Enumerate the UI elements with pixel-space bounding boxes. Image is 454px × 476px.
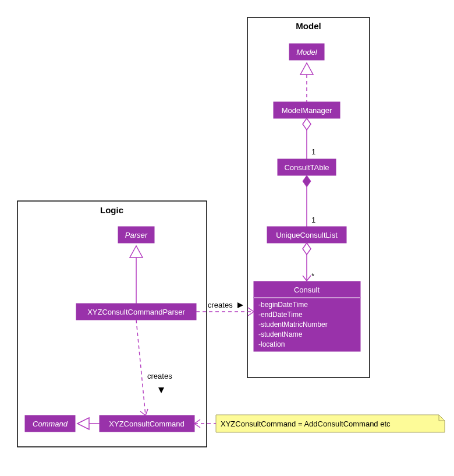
pointer-creates-2 (158, 387, 164, 393)
note-xyzcommand: XYZConsultCommand = AddConsultCommand et… (216, 415, 445, 432)
consult-attr-2: -studentMatricNumber (258, 320, 328, 329)
consult-attr-0: -beginDateTime (258, 301, 308, 309)
diamond-consulttable-comp (303, 175, 311, 187)
mult-1-b: 1 (311, 216, 315, 224)
uml-diagram: Model Model ModelManager 1 ConsultTAble … (0, 0, 454, 476)
class-parser-label: Parser (125, 231, 148, 239)
package-logic-frame (17, 201, 207, 447)
tri-model-realization (300, 63, 313, 75)
package-model-title: Model (296, 21, 321, 31)
note-text: XYZConsultCommand = AddConsultCommand et… (221, 419, 391, 428)
arrow-into-xyzcommand (140, 409, 148, 415)
class-uniqueconsultlist-label: UniqueConsultList (276, 231, 338, 239)
class-consulttable-label: ConsultTAble (284, 163, 329, 172)
class-consult-label: Consult (294, 285, 320, 294)
class-consult: Consult -beginDateTime -endDateTime -stu… (254, 281, 360, 351)
tri-command-gen (77, 418, 89, 429)
label-creates-2: creates (147, 372, 172, 380)
diamond-uniqueconsultlist-aggreg (303, 243, 311, 255)
class-xyzcommand-label: XYZConsultCommand (109, 419, 184, 428)
class-modelmanager-label: ModelManager (282, 106, 332, 115)
package-logic-title: Logic (100, 205, 123, 215)
consult-attr-3: -studentName (258, 330, 303, 339)
consult-attr-1: -endDateTime (258, 311, 303, 319)
diamond-modelmanager-aggreg (303, 118, 311, 130)
tri-parser-realization (130, 246, 143, 258)
consult-attr-4: -location (258, 340, 285, 348)
pointer-creates-1 (237, 302, 243, 308)
class-xyzparser-label: XYZConsultCommandParser (87, 308, 185, 316)
svg-marker-4 (439, 415, 445, 421)
mult-1-a: 1 (311, 147, 315, 156)
mult-star: * (311, 272, 314, 280)
label-creates-1: creates (208, 301, 233, 309)
line-xyzparser-creates-xyzcommand (136, 320, 146, 415)
class-command-label: Command (33, 419, 68, 428)
class-model-interface-label: Model (296, 48, 318, 57)
